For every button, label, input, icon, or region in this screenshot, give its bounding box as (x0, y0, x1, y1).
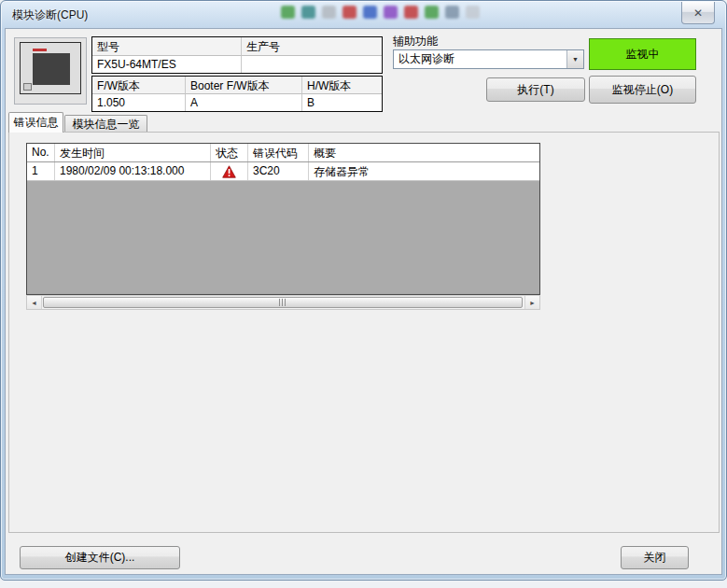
booter-value: A (186, 94, 302, 111)
col-no: No. (27, 144, 55, 161)
cpu-red-label (33, 49, 47, 51)
hw-header: H/W版本 (302, 77, 382, 94)
cell-time: 1980/02/09 00:13:18.000 (55, 162, 211, 180)
window-title: 模块诊断(CPU) (12, 7, 88, 23)
severe-warning-icon (211, 162, 248, 180)
chevron-down-icon[interactable]: ▼ (566, 50, 583, 68)
tab-error-info-label: 错误信息 (14, 115, 59, 131)
close-dialog-button[interactable]: 关闭 (621, 546, 689, 569)
serial-header: 生产号 (242, 37, 382, 56)
col-status: 状态 (211, 144, 248, 161)
col-summary: 概要 (309, 144, 539, 161)
execute-label: 执行(T) (517, 82, 553, 98)
scroll-left-icon[interactable]: ◄ (27, 296, 42, 309)
close-glyph: ✕ (693, 7, 703, 20)
background-toolbar-icons (281, 6, 480, 19)
scrollbar-grip (279, 299, 287, 306)
cpu-port (23, 83, 32, 91)
close-icon[interactable]: ✕ (681, 2, 715, 24)
error-table-header: No. 发生时间 状态 错误代码 概要 (27, 144, 539, 162)
model-header: 型号 (92, 37, 242, 56)
monitor-stop-button[interactable]: 监视停止(O) (589, 76, 696, 104)
model-value: FX5U-64MT/ES (92, 56, 242, 73)
cpu-photo (20, 42, 81, 94)
booter-header: Booter F/W版本 (186, 77, 302, 94)
model-table: 型号 生产号 FX5U-64MT/ES (91, 36, 383, 74)
aux-function-dropdown[interactable]: 以太网诊断 ▼ (393, 49, 584, 69)
module-diagnostics-window: 模块诊断(CPU) ✕ 型号 生产 (0, 0, 727, 581)
version-table: F/W版本 Booter F/W版本 H/W版本 1.050 A B (91, 76, 383, 112)
col-time: 发生时间 (55, 144, 211, 161)
create-file-label: 创建文件(C)... (65, 550, 135, 566)
title-bar[interactable]: 模块诊断(CPU) ✕ (1, 1, 726, 28)
aux-function-selected: 以太网诊断 (394, 51, 566, 67)
tab-error-info[interactable]: 错误信息 (8, 112, 63, 133)
monitoring-status-indicator: 监视中 (589, 38, 696, 70)
screen: 模块诊断(CPU) ✕ 型号 生产 (0, 0, 727, 588)
monitor-stop-label: 监视停止(O) (612, 82, 673, 98)
aux-function-label: 辅助功能 (393, 34, 438, 49)
module-info-tables: 型号 生产号 FX5U-64MT/ES F/W版本 Booter F/W版本 H… (91, 36, 383, 114)
monitoring-label: 监视中 (626, 47, 660, 63)
tab-module-info-list[interactable]: 模块信息一览 (64, 115, 147, 133)
create-file-button[interactable]: 创建文件(C)... (20, 546, 180, 569)
table-row[interactable]: 1 1980/02/09 00:13:18.000 3C20 存储器异常 (27, 162, 539, 181)
cpu-module-body (33, 53, 70, 85)
fw-header: F/W版本 (92, 77, 186, 94)
cpu-module-image (14, 37, 87, 105)
cell-code: 3C20 (248, 162, 309, 180)
cell-no: 1 (27, 162, 55, 180)
serial-value (242, 56, 382, 73)
cell-summary: 存储器异常 (309, 162, 539, 180)
tab-module-info-label: 模块信息一览 (73, 117, 140, 133)
scroll-right-icon[interactable]: ► (524, 296, 539, 309)
close-dialog-label: 关闭 (644, 550, 666, 566)
scrollbar-thumb[interactable] (43, 297, 523, 308)
execute-button[interactable]: 执行(T) (486, 77, 585, 102)
hw-value: B (302, 94, 382, 111)
horizontal-scrollbar[interactable]: ◄ ► (26, 295, 540, 310)
error-table[interactable]: No. 发生时间 状态 错误代码 概要 1 1980/02/09 00:13:1… (26, 143, 540, 295)
fw-value: 1.050 (92, 94, 186, 111)
col-code: 错误代码 (248, 144, 309, 161)
